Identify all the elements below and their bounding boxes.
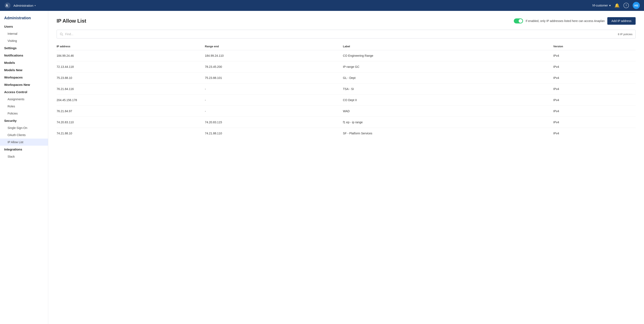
user-avatar[interactable]: HS (633, 2, 640, 9)
svg-text:A: A (6, 4, 8, 7)
sidebar-item-models[interactable]: Models (0, 59, 48, 66)
add-ip-button[interactable]: Add IP address (607, 17, 636, 25)
cell-label: WAD (343, 106, 553, 117)
user-menu-chevron: ▾ (609, 4, 611, 7)
sidebar-title: Administration (0, 15, 48, 23)
svg-line-3 (62, 35, 63, 36)
cell-range-end: 78.23.45.200 (205, 61, 343, 72)
layout: Administration Users Internal Visiting S… (0, 11, 644, 324)
toggle-description: If enabled, only IP addresses listed her… (526, 19, 604, 23)
cell-label: CO Engineering Range (343, 50, 553, 61)
table-row[interactable]: 204.45.156.178 - CO Dept II IPv4 (56, 95, 636, 106)
header-description: If enabled, only IP addresses listed her… (514, 17, 636, 25)
nav-title-chevron: ▾ (34, 4, 36, 7)
cell-range-end: - (205, 95, 343, 106)
cell-range-end: 74.20.83.115 (205, 117, 343, 128)
cell-version: IPv4 (553, 117, 636, 128)
ip-table: IP address Range end Label Version 184.9… (56, 43, 636, 139)
table-header: IP address Range end Label Version (56, 43, 636, 50)
table-row[interactable]: 75.23.88.10 75.23.88.101 GL - Dept IPv4 (56, 72, 636, 84)
search-icon (60, 32, 63, 36)
table-row[interactable]: 76.21.84.116 - TSA - SI IPv4 (56, 84, 636, 95)
top-nav: A Administration ▾ hf-customer ▾ 🔔 ? HS (0, 0, 644, 11)
cell-label: GL - Dept (343, 72, 553, 84)
cell-version: IPv4 (553, 50, 636, 61)
cell-range-end: - (205, 106, 343, 117)
sidebar-item-roles[interactable]: Roles (0, 103, 48, 110)
sidebar-item-assignments[interactable]: Assignments (0, 96, 48, 103)
page-title: IP Allow List (56, 18, 86, 24)
policy-count: 8 IP policies (615, 33, 632, 36)
cell-ip: 74.21.88.10 (56, 128, 205, 139)
cell-ip: 184.99.24.46 (56, 50, 205, 61)
search-bar: 8 IP policies (56, 30, 636, 38)
cell-label: CO Dept II (343, 95, 553, 106)
col-version: Version (553, 43, 636, 50)
col-label: Label (343, 43, 553, 50)
sidebar-item-integrations[interactable]: Integrations (0, 146, 48, 153)
sidebar-item-access-control[interactable]: Access Control (0, 88, 48, 96)
cell-version: IPv4 (553, 106, 636, 117)
sidebar-item-models-new[interactable]: Models New (0, 66, 48, 74)
nav-right: hf-customer ▾ 🔔 ? HS (592, 2, 640, 9)
sidebar-item-notifications[interactable]: Notifications (0, 52, 48, 59)
col-range-end: Range end (205, 43, 343, 50)
cell-version: IPv4 (553, 95, 636, 106)
cell-version: IPv4 (553, 61, 636, 72)
table-row[interactable]: 74.21.88.10 74.21.88.110 SF - Platform S… (56, 128, 636, 139)
cell-label: SF - Platform Services (343, 128, 553, 139)
cell-ip: 76.21.84.97 (56, 106, 205, 117)
cell-range-end: 75.23.88.101 (205, 72, 343, 84)
sidebar-item-visiting[interactable]: Visiting (0, 37, 48, 44)
sidebar-item-security[interactable]: Security (0, 117, 48, 124)
nav-admin-title[interactable]: Administration ▾ (14, 4, 36, 7)
help-icon[interactable]: ? (624, 3, 629, 8)
cell-ip: 74.20.83.110 (56, 117, 205, 128)
sidebar-item-sso[interactable]: Single Sign-On (0, 124, 48, 132)
search-input[interactable] (65, 32, 613, 36)
table-row[interactable]: 76.21.84.97 - WAD IPv4 (56, 106, 636, 117)
cell-label: IP-range GC (343, 61, 553, 72)
table-row[interactable]: 184.99.24.46 184.99.24.110 CO Engineerin… (56, 50, 636, 61)
cell-range-end: 184.99.24.110 (205, 50, 343, 61)
main-content: IP Allow List If enabled, only IP addres… (48, 11, 644, 324)
cell-ip: 76.21.84.116 (56, 84, 205, 95)
app-logo: A (4, 2, 11, 9)
user-menu-label: hf-customer (592, 4, 608, 7)
user-menu[interactable]: hf-customer ▾ (592, 4, 611, 7)
page-header: IP Allow List If enabled, only IP addres… (56, 17, 636, 25)
table-row[interactable]: 72.13.44.118 78.23.45.200 IP-range GC IP… (56, 61, 636, 72)
cell-ip: 75.23.88.10 (56, 72, 205, 84)
cell-version: IPv4 (553, 72, 636, 84)
sidebar-item-oauth[interactable]: OAuth Clients (0, 132, 48, 139)
sidebar-item-workspaces[interactable]: Workspaces (0, 74, 48, 81)
cell-range-end: - (205, 84, 343, 95)
nav-title-text: Administration (14, 4, 33, 7)
table-row[interactable]: 74.20.83.110 74.20.83.115 f1 ep - ip ran… (56, 117, 636, 128)
cell-version: IPv4 (553, 128, 636, 139)
cell-version: IPv4 (553, 84, 636, 95)
cell-ip: 72.13.44.118 (56, 61, 205, 72)
sidebar-item-settings[interactable]: Settings (0, 44, 48, 52)
sidebar-item-slack[interactable]: Slack (0, 153, 48, 160)
cell-range-end: 74.21.88.110 (205, 128, 343, 139)
sidebar-item-ip-allow-list[interactable]: IP Allow List (0, 139, 48, 146)
sidebar-item-internal[interactable]: Internal (0, 30, 48, 37)
sidebar-item-workspaces-new[interactable]: Workspaces New (0, 81, 48, 88)
cell-label: f1 ep - ip range (343, 117, 553, 128)
table-body: 184.99.24.46 184.99.24.110 CO Engineerin… (56, 50, 636, 139)
notifications-icon[interactable]: 🔔 (614, 3, 620, 8)
sidebar: Administration Users Internal Visiting S… (0, 11, 48, 324)
ip-allow-toggle[interactable] (514, 18, 523, 23)
cell-label: TSA - SI (343, 84, 553, 95)
sidebar-item-policies[interactable]: Policies (0, 110, 48, 117)
col-ip-address: IP address (56, 43, 205, 50)
cell-ip: 204.45.156.178 (56, 95, 205, 106)
sidebar-item-users[interactable]: Users (0, 23, 48, 30)
